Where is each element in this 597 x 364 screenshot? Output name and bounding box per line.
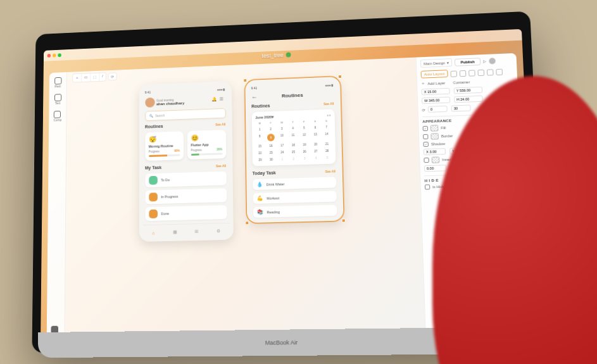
calendar-day[interactable]: 23	[267, 151, 275, 155]
selection-handle[interactable]	[341, 218, 345, 222]
calendar-day[interactable]: 18	[289, 143, 298, 147]
align-top-icon[interactable]	[477, 70, 484, 76]
selection-handle[interactable]	[337, 75, 341, 78]
inner-shadow-swatch[interactable]	[432, 156, 440, 163]
calendar-day[interactable]: 29	[256, 158, 265, 162]
calendar-day[interactable]: 4	[311, 156, 320, 160]
task-row[interactable]: To Do	[145, 172, 226, 187]
play-icon[interactable]: ▷	[483, 59, 486, 63]
design-mode-dropdown[interactable]: Main Design ▾	[420, 58, 453, 68]
minimize-icon[interactable]	[53, 54, 56, 58]
design-canvas[interactable]: 9:41 ●●● ▮ Good morning ahan chaudhary	[65, 58, 425, 337]
border-checkbox[interactable]	[423, 134, 428, 139]
tab-calendar[interactable]: ▦	[171, 229, 179, 236]
calendar-day[interactable]: 14	[322, 132, 331, 139]
add-layer-icon[interactable]: ＋	[421, 80, 425, 86]
avatar-icon[interactable]	[489, 58, 496, 64]
height-field[interactable]	[454, 96, 483, 103]
tab-settings[interactable]: ⚙	[215, 227, 222, 235]
calendar-day[interactable]: 17	[278, 143, 287, 147]
calendar-day[interactable]: 6	[311, 125, 320, 130]
calendar-day[interactable]: 5	[323, 156, 332, 160]
width-field[interactable]	[422, 97, 450, 104]
tab-apps[interactable]: ⊞	[193, 228, 201, 235]
inner-shadow-checkbox[interactable]	[424, 158, 429, 163]
window-traffic-lights[interactable]	[47, 53, 61, 58]
routine-card[interactable]: 😊 Flutter App Progress26%	[187, 130, 226, 160]
rect-tool-icon[interactable]	[54, 77, 61, 85]
avatar[interactable]	[145, 97, 154, 108]
chevron-left-icon[interactable]: ‹	[327, 113, 329, 117]
calendar-day[interactable]: 30	[267, 158, 276, 162]
see-all-link[interactable]: See All	[324, 102, 334, 106]
calendar-day[interactable]: 2	[289, 156, 298, 161]
opacity-field[interactable]	[451, 104, 471, 111]
today-task-row[interactable]: 📚Reading	[253, 205, 337, 218]
bell-icon[interactable]: 🔔	[211, 97, 218, 103]
calendar-day[interactable]: 28	[323, 149, 332, 153]
shadow-checkbox[interactable]	[423, 142, 428, 147]
align-bottom-icon[interactable]	[496, 69, 503, 75]
calendar[interactable]: June 2020 ▾ ‹ › MTWTFSS12345678910111213…	[251, 109, 336, 166]
routine-card[interactable]: 😴 Mornig Routine Progress60%	[145, 131, 184, 161]
calendar-day[interactable]: 3	[300, 156, 309, 161]
calendar-day[interactable]: 9	[267, 134, 275, 141]
back-icon[interactable]: ←	[251, 94, 258, 101]
calendar-day[interactable]: 27	[311, 149, 320, 153]
calendar-day[interactable]: 25	[289, 150, 298, 154]
calendar-day[interactable]: 3	[277, 127, 286, 131]
hide-checkbox[interactable]	[425, 184, 430, 189]
calendar-day[interactable]: 4	[289, 126, 298, 130]
shadow-x-field[interactable]	[424, 148, 446, 155]
chevron-down-icon[interactable]: ▾	[272, 115, 273, 119]
task-row[interactable]: Done	[145, 205, 227, 221]
border-swatch[interactable]	[430, 133, 439, 139]
calendar-day[interactable]: 1	[278, 157, 287, 161]
calendar-day[interactable]: 20	[311, 142, 320, 146]
blur-field[interactable]	[424, 165, 446, 172]
calendar-day[interactable]: 21	[322, 142, 331, 146]
calendar-day[interactable]: 1	[255, 127, 264, 132]
align-middle-icon[interactable]	[487, 69, 494, 75]
components-tool-icon[interactable]	[54, 111, 61, 118]
see-all-link[interactable]: See All	[325, 169, 336, 173]
calendar-day[interactable]: 24	[278, 150, 287, 154]
search-input[interactable]: 🔍 Search	[145, 108, 225, 121]
tab-home[interactable]: ⌂	[149, 229, 157, 236]
auto-layout-chip[interactable]: Auto Layout	[421, 70, 448, 78]
artboard-routines[interactable]: 9:41 ●●● ▮ ← Routines Routines See All	[245, 77, 343, 223]
selection-handle[interactable]	[243, 78, 247, 82]
calendar-day[interactable]: 2	[267, 127, 275, 131]
align-right-icon[interactable]	[468, 70, 475, 76]
y-field[interactable]	[454, 87, 483, 94]
close-icon[interactable]	[47, 54, 51, 58]
calendar-day[interactable]: 15	[256, 144, 265, 148]
today-task-row[interactable]: 💪Workout	[253, 191, 336, 204]
calendar-day[interactable]: 19	[300, 142, 309, 147]
calendar-day[interactable]: 11	[289, 133, 298, 141]
selection-handle[interactable]	[245, 221, 249, 225]
chevron-right-icon[interactable]: ›	[329, 113, 330, 116]
align-center-icon[interactable]	[460, 70, 467, 77]
calendar-day[interactable]: 13	[311, 132, 320, 140]
calendar-day[interactable]: 22	[256, 151, 265, 155]
alignment-icons[interactable]	[450, 69, 503, 77]
see-all-link[interactable]: See All	[216, 164, 226, 168]
calendar-day[interactable]: 16	[267, 144, 275, 148]
x-field[interactable]	[422, 88, 450, 96]
zoom-icon[interactable]	[58, 53, 61, 57]
calendar-day[interactable]: 26	[300, 149, 309, 154]
align-left-icon[interactable]	[450, 71, 457, 77]
task-row[interactable]: In Progress	[145, 188, 227, 204]
fill-checkbox[interactable]	[423, 126, 428, 131]
menu-icon[interactable]: ☰	[219, 97, 225, 103]
calendar-day[interactable]: 10	[278, 133, 287, 141]
see-all-link[interactable]: See All	[215, 122, 225, 126]
calendar-day[interactable]: 8	[256, 134, 265, 142]
artboard-home[interactable]: 9:41 ●●● ▮ Good morning ahan chaudhary	[139, 81, 233, 242]
calendar-day[interactable]: 12	[300, 132, 309, 140]
fill-swatch[interactable]	[430, 125, 439, 131]
publish-button[interactable]: Publish	[455, 58, 481, 66]
calendar-day[interactable]: 5	[299, 125, 308, 130]
rotation-field[interactable]	[428, 106, 448, 113]
